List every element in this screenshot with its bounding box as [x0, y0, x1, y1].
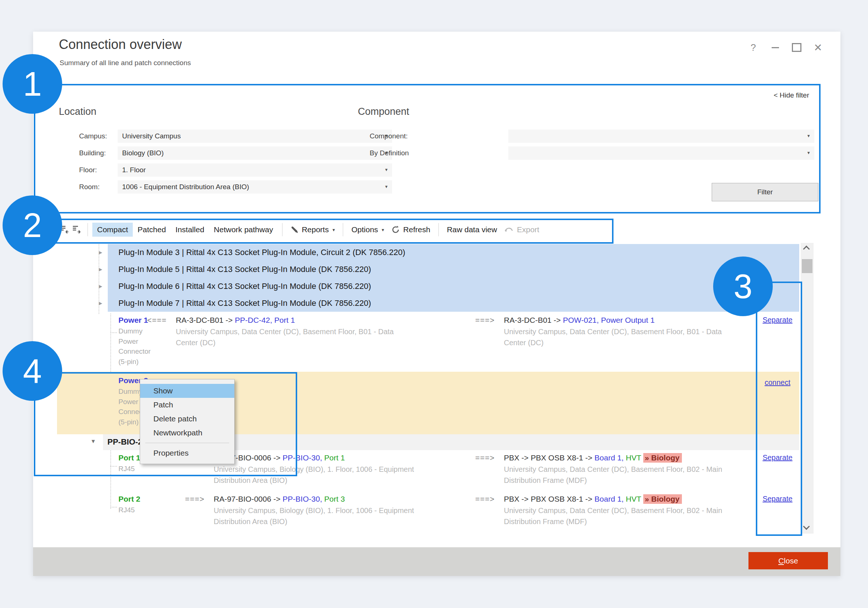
connection-target-link[interactable]: Board 1,	[594, 494, 623, 503]
room-value: 1006 - Equipment Distribution Area (BIO)	[122, 183, 249, 191]
patch-connection-cell: ===> RA-3-DC-B01 -> POW-021, Power Outpu…	[475, 316, 749, 348]
close-button[interactable]: Close	[749, 552, 828, 569]
toolbar-separator	[88, 223, 88, 236]
direction-arrow: ===>	[185, 494, 205, 504]
component-label: Component:	[370, 129, 408, 143]
by-definition-dropdown[interactable]: ▼	[508, 146, 814, 160]
chevron-down-icon: ▼	[807, 151, 811, 155]
tab-installed[interactable]: Installed	[170, 223, 209, 236]
filter-button[interactable]: Filter	[712, 183, 818, 201]
connection-target-link[interactable]: Board 1,	[594, 453, 623, 462]
floor-dropdown[interactable]: 1. Floor ▼	[118, 163, 392, 177]
menu-item-delete-patch[interactable]: Delete patch	[140, 412, 234, 426]
expand-all-icon	[72, 225, 82, 234]
pencil-icon	[291, 225, 299, 234]
hide-filter-link[interactable]: < Hide filter	[736, 91, 809, 100]
refresh-button[interactable]: Refresh	[388, 225, 434, 234]
port-name-cell[interactable]: Port 2 RJ45	[118, 494, 159, 515]
campus-label: Campus:	[79, 129, 107, 143]
scroll-up-button[interactable]	[804, 244, 810, 250]
chevron-down-icon: ▾	[382, 227, 384, 233]
connect-link[interactable]: connect	[757, 378, 798, 387]
location-text: University Campus, Biology (BIO), 1. Flo…	[214, 464, 427, 486]
chevron-down-icon	[803, 523, 809, 530]
room-dropdown[interactable]: 1006 - Equipment Distribution Area (BIO)…	[118, 180, 392, 194]
connection-path: PBX -> PBX OSB X8-1 ->	[504, 453, 592, 462]
tree-guide-stub	[110, 466, 117, 466]
connection-target-link[interactable]: POW-021, Power Output 1	[563, 316, 654, 324]
separate-link[interactable]: Separate	[757, 453, 798, 462]
chevron-down-icon: ▼	[807, 134, 811, 138]
close-icon: ✕	[814, 42, 822, 54]
campus-value: University Campus	[122, 132, 181, 140]
connection-path: RA-3-DC-B01 ->	[504, 316, 561, 324]
expander-icon[interactable]: ►	[98, 266, 103, 272]
component-dropdown[interactable]: ▼	[508, 129, 814, 143]
location-text: University Campus, Biology (BIO), 1. Flo…	[214, 505, 427, 527]
raw-data-view-button[interactable]: Raw data view	[443, 225, 501, 234]
building-dropdown[interactable]: Biology (BIO) ▼	[118, 146, 392, 160]
separate-link[interactable]: Separate	[757, 316, 798, 324]
room-label: Room:	[79, 180, 100, 194]
tab-network-pathway[interactable]: Network pathway	[209, 223, 278, 236]
expander-icon[interactable]: ►	[98, 283, 103, 289]
connection-target-link[interactable]: PP-DC-42, Port 1	[235, 316, 294, 324]
connection-port: Port 1	[324, 453, 345, 462]
tree-guide-stub	[110, 507, 117, 507]
expander-icon[interactable]: ▼	[90, 438, 96, 444]
by-definition-label: By Definition	[370, 146, 409, 160]
table-row[interactable]: Plug-In Module 3 | Rittal 4x C13 Socket …	[108, 244, 799, 261]
component-heading: Component	[358, 106, 409, 117]
expander-icon[interactable]: ►	[98, 249, 103, 255]
direction-arrow: ===>	[475, 453, 495, 462]
scrollbar[interactable]	[801, 243, 814, 534]
chevron-down-icon: ▼	[384, 168, 388, 172]
collapse-all-icon	[60, 225, 69, 234]
export-button[interactable]: Export	[501, 225, 543, 234]
help-button[interactable]: ?	[746, 41, 761, 54]
connection-path: RA-3-DC-B01 ->	[176, 316, 233, 324]
location-text: University Campus, Data Center (DC), Bas…	[176, 326, 404, 348]
page-title: Connection overview	[59, 37, 182, 52]
line-connection-cell: ===> RA-97-BIO-0006 -> PP-BIO-30, Port 3…	[185, 494, 476, 527]
maximize-icon	[792, 43, 801, 52]
patch-connection-cell: ===> PBX -> PBX OSB X8-1 -> Board 1, HVT…	[475, 494, 749, 527]
close-window-button[interactable]: ✕	[811, 41, 825, 54]
separate-link[interactable]: Separate	[757, 494, 798, 503]
menu-item-show[interactable]: Show	[140, 384, 234, 398]
campus-dropdown[interactable]: University Campus ▼	[118, 129, 392, 143]
direction-arrow: ===>	[475, 316, 495, 325]
table-row[interactable]: Plug-In Module 6 | Rittal 4x C13 Socket …	[108, 278, 799, 295]
tab-patched[interactable]: Patched	[133, 223, 170, 236]
menu-separator	[145, 443, 229, 443]
menu-item-patch[interactable]: Patch	[140, 398, 234, 412]
chevron-down-icon: ▼	[384, 184, 388, 189]
direction-arrow: ===>	[475, 494, 495, 504]
minimize-button[interactable]	[768, 41, 783, 54]
toolbar: Compact Patched Installed Network pathwa…	[58, 220, 543, 239]
chevron-down-icon: ▾	[332, 227, 335, 233]
help-icon: ?	[751, 42, 756, 53]
table-row[interactable]: Plug-In Module 5 | Rittal 4x C13 Socket …	[108, 261, 799, 278]
connection-target-link[interactable]: PP-BIO-30,	[282, 494, 322, 503]
table-row[interactable]: Plug-In Module 7 | Rittal 4x C13 Socket …	[108, 295, 799, 312]
screen: Connection overview Summary of all line …	[0, 0, 868, 608]
scroll-down-button[interactable]	[804, 524, 810, 530]
reports-menu-button[interactable]: Reports ▾	[287, 225, 338, 234]
port-name: Port 2	[118, 494, 159, 504]
maximize-button[interactable]	[789, 41, 804, 54]
connection-hvt: HVT	[626, 494, 642, 503]
menu-item-networkpath[interactable]: Newtworkpath	[140, 426, 234, 440]
connection-path: PBX -> PBX OSB X8-1 ->	[504, 494, 592, 503]
port-type: RJ45	[118, 464, 159, 474]
port-type: RJ45	[118, 505, 159, 515]
scrollbar-thumb[interactable]	[802, 259, 812, 273]
menu-item-properties[interactable]: Properties	[140, 446, 234, 460]
expander-icon[interactable]: ►	[98, 300, 103, 306]
connection-target-link[interactable]: PP-BIO-30,	[282, 453, 322, 462]
expand-all-button[interactable]	[71, 223, 83, 236]
options-menu-button[interactable]: Options ▾	[347, 225, 388, 234]
tab-compact[interactable]: Compact	[92, 223, 133, 236]
collapse-all-button[interactable]	[58, 223, 71, 236]
status-badge: » Biology	[643, 453, 682, 463]
